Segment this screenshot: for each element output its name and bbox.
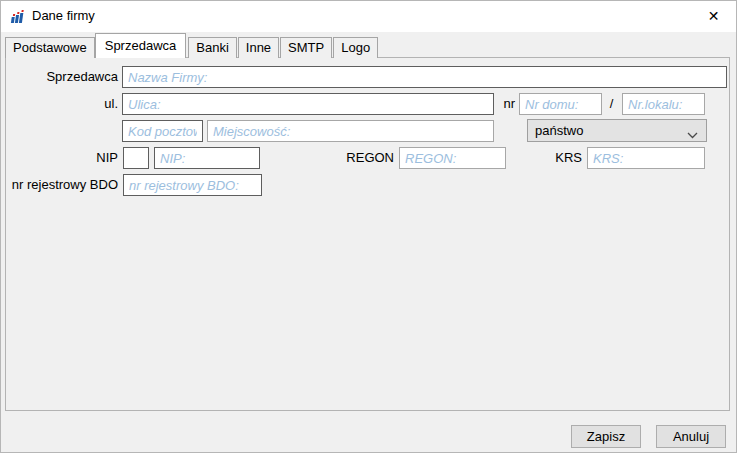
tab-sprzedawca[interactable]: Sprzedawca [95, 33, 187, 58]
bdo-input[interactable] [123, 174, 262, 196]
bar-chart-icon [9, 8, 25, 24]
tab-smtp[interactable]: SMTP [280, 37, 332, 58]
krs-label: KRS [522, 147, 582, 169]
tab-logo[interactable]: Logo [333, 37, 378, 58]
seller-label: Sprzedawca [6, 66, 118, 88]
chevron-down-icon [687, 127, 698, 134]
close-button[interactable]: ✕ [691, 1, 736, 31]
house-no-label: nr [484, 93, 515, 115]
house-no-input[interactable] [519, 93, 602, 115]
street-input[interactable] [122, 93, 494, 115]
tab-page-sprzedawca: Sprzedawca ul. nr / państwo NIP REGON KR… [5, 57, 730, 411]
krs-input[interactable] [587, 147, 705, 169]
regon-input[interactable] [399, 147, 506, 169]
apartment-no-input[interactable] [622, 93, 705, 115]
postal-code-input[interactable] [122, 120, 203, 142]
tab-inne[interactable]: Inne [238, 37, 279, 58]
nip-input[interactable] [154, 147, 260, 169]
bdo-label: nr rejestrowy BDO [6, 174, 118, 196]
window-title: Dane firmy [32, 8, 95, 23]
country-select-value: państwo [535, 123, 687, 138]
nip-label: NIP [46, 147, 118, 169]
tab-strip: Podstawowe Sprzedawca Banki Inne SMTP Lo… [5, 34, 378, 58]
country-select[interactable]: państwo [527, 119, 707, 142]
save-button[interactable]: Zapisz [571, 425, 641, 448]
slash-label: / [605, 93, 618, 115]
tab-banki[interactable]: Banki [188, 37, 237, 58]
street-label: ul. [6, 93, 118, 115]
regon-label: REGON [314, 147, 394, 169]
dane-firmy-dialog: Dane firmy ✕ Podstawowe Sprzedawca Banki… [0, 0, 737, 453]
city-input[interactable] [207, 120, 494, 142]
nip-prefix-input[interactable] [123, 147, 149, 169]
cancel-button[interactable]: Anuluj [656, 425, 726, 448]
titlebar: Dane firmy ✕ [1, 1, 736, 32]
company-name-input[interactable] [122, 66, 727, 88]
tab-podstawowe[interactable]: Podstawowe [5, 37, 95, 58]
